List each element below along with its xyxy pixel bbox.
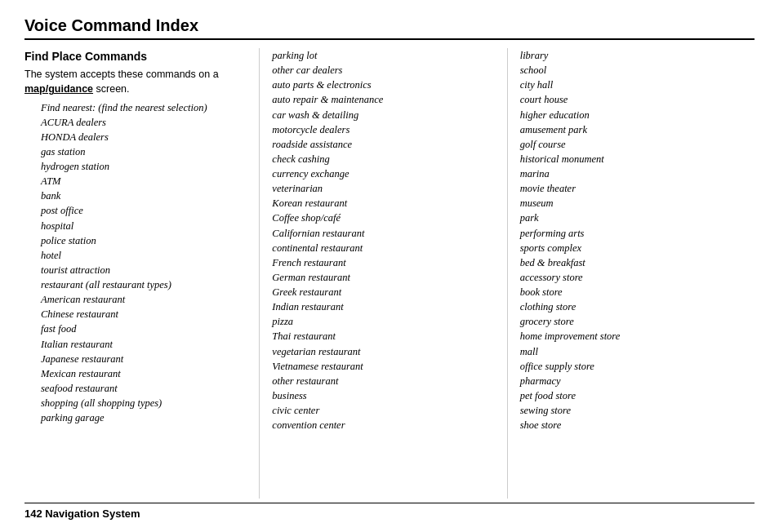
list-item: other car dealers — [272, 63, 498, 78]
list-item: bed & breakfast — [520, 255, 746, 270]
list-item: marina — [520, 166, 746, 181]
list-item: motorcycle dealers — [272, 122, 498, 137]
list-item: court house — [520, 92, 746, 107]
list-item: mall — [520, 344, 746, 359]
map-guidance-highlight: map/guidance — [24, 83, 93, 95]
list-item: bank — [41, 188, 251, 203]
list-item: park — [520, 211, 746, 225]
list-item: parking lot — [272, 48, 498, 63]
list-item: sports complex — [520, 241, 746, 255]
list-item: pet food store — [520, 388, 746, 403]
list-item: library — [520, 48, 746, 63]
list-item: business — [272, 388, 498, 403]
page-title: Voice Command Index — [24, 16, 755, 35]
list-item: roadside assistance — [272, 137, 498, 152]
list-item: Greek restaurant — [272, 285, 498, 299]
list-item: restaurant (all restaurant types) — [41, 277, 251, 292]
list-item: Californian restaurant — [272, 226, 498, 241]
list-item: convention center — [272, 418, 498, 432]
list-item: veterinarian — [272, 181, 498, 196]
list-item: pizza — [272, 314, 498, 329]
list-item: fast food — [41, 321, 251, 336]
list-item: clothing store — [520, 299, 746, 314]
list-item: accessory store — [520, 270, 746, 285]
list-item: shopping (all shopping types) — [41, 396, 251, 410]
list-item: Mexican restaurant — [41, 366, 251, 381]
intro-text: The system accepts these commands on a m… — [24, 67, 251, 96]
list-item: HONDA dealers — [41, 130, 251, 144]
list-item: continental restaurant — [272, 241, 498, 255]
list-item: auto repair & maintenance — [272, 92, 498, 107]
list-item: French restaurant — [272, 255, 498, 270]
page-footer: 142 Navigation System — [24, 503, 755, 520]
list-item: vegetarian restaurant — [272, 344, 498, 359]
list-item: currency exchange — [272, 166, 498, 181]
list-item: car wash & detailing — [272, 108, 498, 122]
list-item: police station — [41, 233, 251, 248]
page: Voice Command Index Find Place Commands … — [0, 0, 779, 532]
list-item: civic center — [272, 403, 498, 418]
list-item: Vietnamese restaurant — [272, 359, 498, 374]
list-item: tourist attraction — [41, 263, 251, 277]
list-item: Thai restaurant — [272, 329, 498, 344]
list-item: check cashing — [272, 152, 498, 166]
list-item: hotel — [41, 248, 251, 263]
list-item: historical monument — [520, 152, 746, 166]
list-item: ATM — [41, 174, 251, 188]
list-item: sewing store — [520, 403, 746, 418]
section-title: Find Place Commands — [24, 48, 251, 64]
list-item: German restaurant — [272, 270, 498, 285]
list-item: Indian restaurant — [272, 299, 498, 314]
column-3: library school city hall court house hig… — [520, 48, 755, 499]
list-item: parking garage — [41, 410, 251, 425]
list-item: ACURA dealers — [41, 115, 251, 130]
list-item: Japanese restaurant — [41, 352, 251, 366]
list-item: seafood restaurant — [41, 381, 251, 396]
column-1: Find Place Commands The system accepts t… — [24, 48, 260, 499]
list-item: amusement park — [520, 122, 746, 137]
list-item: movie theater — [520, 181, 746, 196]
list-item: city hall — [520, 78, 746, 92]
list-item: Korean restaurant — [272, 196, 498, 211]
list-item: golf course — [520, 137, 746, 152]
column-2: parking lot other car dealers auto parts… — [272, 48, 507, 499]
list-item: Chinese restaurant — [41, 307, 251, 321]
content-area: Find Place Commands The system accepts t… — [24, 48, 755, 499]
list-item: home improvement store — [520, 329, 746, 344]
list-item: book store — [520, 285, 746, 299]
list-item: Coffee shop/café — [272, 211, 498, 225]
list-item: auto parts & electronics — [272, 78, 498, 92]
list-item: Italian restaurant — [41, 337, 251, 352]
list-item: school — [520, 63, 746, 78]
list-item: museum — [520, 196, 746, 211]
find-nearest-label: Find nearest: (find the nearest selectio… — [41, 100, 251, 115]
list-item: office supply store — [520, 359, 746, 374]
list-item: higher education — [520, 108, 746, 122]
list-item: performing arts — [520, 226, 746, 241]
list-item: post office — [41, 203, 251, 218]
list-item: pharmacy — [520, 374, 746, 388]
list-item: shoe store — [520, 418, 746, 432]
list-item: gas station — [41, 144, 251, 159]
list-item: American restaurant — [41, 292, 251, 307]
list-item: hospital — [41, 219, 251, 233]
list-item: hydrogen station — [41, 159, 251, 174]
list-item: other restaurant — [272, 374, 498, 388]
list-item: grocery store — [520, 314, 746, 329]
title-divider — [24, 38, 755, 40]
col1-items: ACURA dealers HONDA dealers gas station … — [41, 115, 251, 426]
